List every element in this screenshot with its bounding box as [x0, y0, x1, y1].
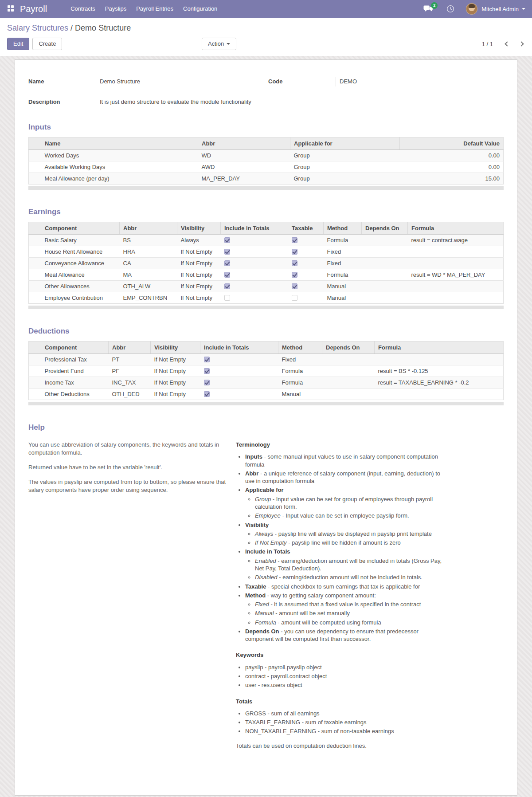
column-header-component[interactable]: Component — [41, 342, 109, 354]
column-header-abbr[interactable]: Abbr — [198, 137, 290, 150]
column-header-depends-on[interactable]: Depends On — [362, 222, 408, 235]
include-in-totals-checkbox — [204, 391, 210, 397]
handle-column-header — [29, 342, 41, 354]
include-in-totals-checkbox — [224, 295, 230, 301]
earnings-row[interactable]: Meal Allowance MA If Not Empty Formula r… — [29, 269, 504, 281]
action-dropdown-button[interactable]: Action — [202, 38, 236, 50]
column-header-formula[interactable]: Formula — [375, 342, 504, 354]
menu-item[interactable]: Payroll Entries — [131, 0, 178, 18]
inputs-row[interactable]: Available Working Days AWD Group 0.00 — [29, 161, 504, 173]
input-abbr-cell: MA_PER_DAY — [198, 173, 290, 185]
action-dropdown: Action — [202, 38, 236, 50]
earning-taxable-cell — [288, 292, 324, 304]
user-menu[interactable]: Mitchell Admin — [466, 3, 525, 15]
input-abbr-cell: AWD — [198, 161, 290, 173]
column-header-method[interactable]: Method — [324, 222, 362, 235]
deduction-method-cell: Formula — [278, 377, 322, 389]
edit-button[interactable]: Edit — [7, 38, 29, 50]
pager-previous[interactable] — [505, 41, 509, 46]
deductions-row[interactable]: Professional Tax PT If Not Empty Fixed — [29, 354, 504, 365]
menu-item[interactable]: Contracts — [66, 0, 100, 18]
earning-formula-cell — [408, 258, 504, 269]
earning-visibility-cell: If Not Empty — [177, 269, 221, 281]
description-field: Description It is just demo structure to… — [28, 97, 264, 111]
earning-visibility-cell: If Not Empty — [177, 258, 221, 269]
name-label: Name — [28, 77, 96, 85]
column-header-name[interactable]: Name — [41, 137, 198, 150]
section-title-inputs: Inputs — [28, 123, 504, 132]
column-header-visibility[interactable]: Visibility — [177, 222, 221, 235]
deductions-row[interactable]: Income Tax INC_TAX If Not Empty Formula … — [29, 377, 504, 389]
column-header-default-value[interactable]: Default Value — [400, 137, 504, 150]
deduction-formula-cell — [375, 354, 504, 365]
terminology-sub-item: Manual - amount will be set manually — [255, 609, 445, 617]
earnings-row[interactable]: Other Allowances OTH_ALW If Not Empty Ma… — [29, 281, 504, 292]
deduction-formula-cell: result = BS * -0.125 — [375, 365, 504, 377]
totals-list: GROSS - sum of all earningsTAXABLE_EARNI… — [236, 710, 445, 735]
column-header-visibility[interactable]: Visibility — [151, 342, 200, 354]
column-header-depends-on[interactable]: Depends On — [322, 342, 375, 354]
inputs-row[interactable]: Worked Days WD Group 0.00 — [29, 150, 504, 161]
earning-abbr-cell: BS — [120, 235, 177, 246]
terminology-item: Abbr - a unique reference of salary comp… — [245, 470, 445, 485]
inputs-row[interactable]: Meal Allowance (per day) MA_PER_DAY Grou… — [29, 173, 504, 185]
column-header-method[interactable]: Method — [278, 342, 322, 354]
deduction-method-cell: Fixed — [278, 354, 322, 365]
terminology-item: Applicable forGroup - Input value can be… — [245, 486, 445, 519]
column-header-component[interactable]: Component — [41, 222, 120, 235]
earnings-table: Component Abbr Visibility Include in Tot… — [28, 222, 504, 304]
row-handle — [29, 365, 41, 377]
top-navbar: Payroll ContractsPayslipsPayroll Entries… — [0, 0, 532, 18]
code-value: DEMO — [336, 77, 504, 86]
create-button[interactable]: Create — [32, 38, 62, 50]
column-header-applicable-for[interactable]: Applicable for — [290, 137, 400, 150]
earning-formula-cell — [408, 246, 504, 258]
deduction-abbr-cell: PT — [109, 354, 151, 365]
table-scrollbar — [28, 402, 504, 405]
earning-depends-cell — [362, 246, 408, 258]
deduction-visibility-cell: If Not Empty — [151, 354, 200, 365]
earning-taxable-cell — [288, 246, 324, 258]
column-header-formula[interactable]: Formula — [408, 222, 504, 235]
apps-menu-icon[interactable] — [8, 5, 15, 12]
total-item: TAXABLE_EARNING - sum of taxable earning… — [245, 718, 445, 726]
breadcrumb-parent-link[interactable]: Salary Structures — [7, 24, 68, 32]
terminology-sub-list: Group - Input value can be set for group… — [245, 495, 445, 520]
column-header-taxable[interactable]: Taxable — [288, 222, 324, 235]
earning-include-cell — [221, 258, 288, 269]
user-name: Mitchell Admin — [481, 6, 519, 12]
deduction-component-cell: Provident Fund — [41, 365, 109, 377]
handle-column-header — [29, 137, 41, 150]
taxable-checkbox — [292, 249, 297, 255]
activity-clock-icon[interactable] — [446, 5, 454, 13]
terminology-sub-item: Disabled - earning/deduction amount will… — [255, 573, 445, 581]
pager-next[interactable] — [519, 41, 524, 46]
input-default-cell: 15.00 — [400, 173, 504, 185]
column-header-abbr[interactable]: Abbr — [109, 342, 151, 354]
earnings-row[interactable]: Conveyance Allowance CA If Not Empty Fix… — [29, 258, 504, 269]
row-handle — [29, 389, 41, 400]
include-in-totals-checkbox — [204, 368, 210, 374]
menu-item[interactable]: Payslips — [100, 0, 131, 18]
deduction-include-cell — [200, 389, 278, 400]
column-header-abbr[interactable]: Abbr — [120, 222, 177, 235]
earnings-row[interactable]: House Rent Allowance HRA If Not Empty Fi… — [29, 246, 504, 258]
column-header-include-in-totals[interactable]: Include in Totals — [200, 342, 278, 354]
keyword-item: payslip - payroll.payslip object — [245, 664, 445, 671]
earning-formula-cell — [408, 281, 504, 292]
deductions-row[interactable]: Other Deductions OTH_DED If Not Empty Ma… — [29, 389, 504, 400]
app-brand[interactable]: Payroll — [20, 4, 47, 14]
inputs-table: Name Abbr Applicable for Default Value W… — [28, 137, 504, 185]
earning-method-cell: Formula — [324, 235, 362, 246]
deductions-row[interactable]: Provident Fund PF If Not Empty Formula r… — [29, 365, 504, 377]
column-header-include-in-totals[interactable]: Include in Totals — [221, 222, 288, 235]
help-section: You can use abbreviation of salary compo… — [28, 441, 504, 750]
deduction-include-cell — [200, 354, 278, 365]
handle-column-header — [29, 222, 41, 235]
earnings-row[interactable]: Basic Salary BS Always Formula result = … — [29, 235, 504, 246]
description-label: Description — [28, 97, 96, 105]
earnings-row[interactable]: Employee Contribution EMP_CONTRBN If Not… — [29, 292, 504, 304]
menu-item[interactable]: Configuration — [178, 0, 222, 18]
row-handle — [29, 173, 41, 185]
messages-icon[interactable]: 2 — [423, 5, 433, 13]
